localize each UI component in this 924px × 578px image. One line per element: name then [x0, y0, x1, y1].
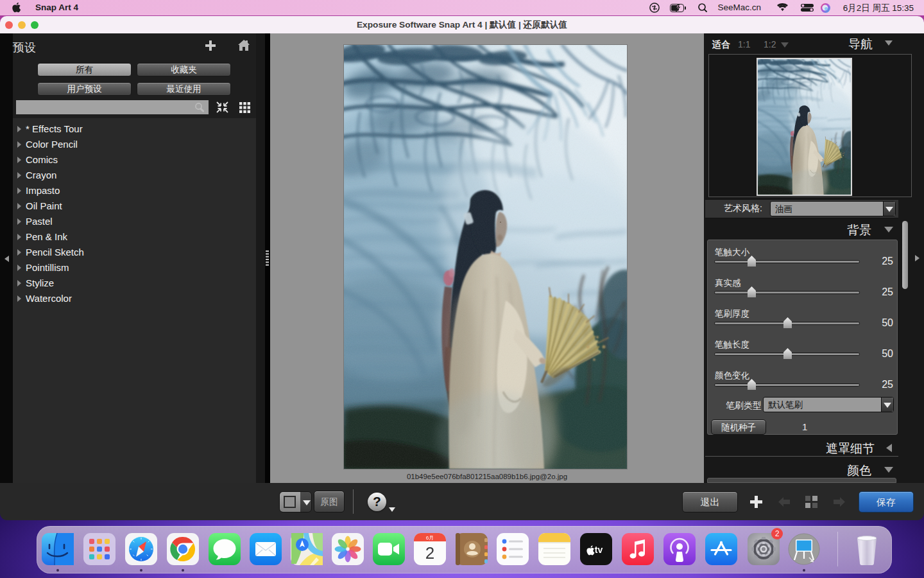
svg-text:2: 2 [425, 543, 434, 563]
svg-text:tv: tv [595, 545, 603, 555]
svg-text:6月: 6月 [426, 535, 434, 541]
